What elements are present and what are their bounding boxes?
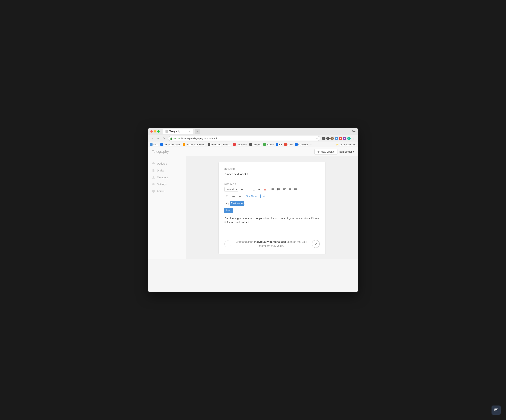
message-section: MESSAGE Normal B I U S A <box>224 183 320 224</box>
sidebar-item-updates[interactable]: Updates <box>148 160 186 167</box>
bookmark-more[interactable]: » <box>310 143 312 146</box>
first-name-inline-tag[interactable]: First Name <box>230 201 244 206</box>
bookmark-amazon[interactable]: Amazon Web Servi... <box>183 143 206 146</box>
main-layout: Updates Drafts Members Settings Admin <box>148 156 358 259</box>
text-color-btn[interactable]: A <box>262 187 268 192</box>
bookmark-chewmail-label: Chew Mail <box>298 143 308 146</box>
window-user-label: Ben <box>352 130 356 133</box>
other-bookmarks-label: Other Bookmarks <box>340 143 356 146</box>
subject-input[interactable] <box>224 172 320 177</box>
svg-text:3: 3 <box>272 190 272 190</box>
nav-icon-3[interactable]: ● <box>330 137 334 140</box>
new-tab-btn[interactable]: + <box>195 129 200 134</box>
main-content: SUBJECT MESSAGE Normal B I U <box>186 156 358 259</box>
formatting-toolbar: Normal B I U S A 123 <box>224 187 320 192</box>
bookmark-amazon-label: Amazon Web Servi... <box>186 143 206 146</box>
unordered-list-btn[interactable] <box>276 187 281 192</box>
svg-point-0 <box>153 176 154 177</box>
bookmark-zoneboard-label: Zoneboard ‹ ShortL... <box>211 143 231 146</box>
bookmark-apps-label: Apps <box>153 143 158 146</box>
bookmark-addons[interactable]: Addons <box>263 143 273 146</box>
minimize-window-btn[interactable] <box>154 130 156 133</box>
bell-icon <box>152 162 155 165</box>
tab-title: Telegraphy <box>169 130 180 133</box>
sidebar-item-settings[interactable]: Settings <box>148 181 186 188</box>
back-btn[interactable]: ← <box>150 136 155 141</box>
align-left-btn[interactable] <box>282 187 287 192</box>
clear-format-btn[interactable]: T <box>237 194 243 199</box>
url-bar[interactable]: Secure https://app.telegraphy.io/dashboa… <box>168 136 320 141</box>
bookmark-zoneboard[interactable]: Zoneboard ‹ ShortL... <box>208 143 231 146</box>
editor-body-text: I'm planning a dinner in a couple of wee… <box>224 216 320 225</box>
bookmark-fullcontact[interactable]: FullContact <box>233 143 247 146</box>
underline-btn[interactable]: U <box>251 187 256 192</box>
link-btn[interactable] <box>224 194 230 199</box>
addons-icon <box>263 143 266 146</box>
close-window-btn[interactable] <box>150 130 153 133</box>
bookmark-chew[interactable]: Chew <box>284 143 293 146</box>
svg-rect-26 <box>494 409 498 411</box>
browser-tab[interactable]: Telegraphy × <box>163 129 193 134</box>
nav-icon-5[interactable]: ● <box>339 137 342 140</box>
svg-point-8 <box>277 189 278 190</box>
maximize-window-btn[interactable] <box>157 130 160 133</box>
text-style-select[interactable]: Normal <box>224 187 238 192</box>
nav-icon-1[interactable]: i <box>322 137 326 140</box>
bold-btn[interactable]: B <box>240 187 245 192</box>
italic-btn[interactable]: I <box>245 187 251 192</box>
image-btn[interactable] <box>231 194 236 199</box>
tab-favicon <box>166 130 168 133</box>
ordered-list-btn[interactable]: 123 <box>270 187 275 192</box>
message-label: MESSAGE <box>224 183 320 185</box>
centrepoint-icon <box>160 143 163 146</box>
subject-label: SUBJECT <box>224 168 320 170</box>
bookmark-star-icon[interactable]: ☆ <box>316 137 318 140</box>
nav-bar: ← → ↻ Secure https://app.telegraphy.io/d… <box>148 135 358 142</box>
bookmark-apps[interactable]: Apps <box>150 143 158 146</box>
editor-body-line2: Intro <box>224 207 320 214</box>
tab-close-btn[interactable]: × <box>189 130 190 133</box>
nav-icon-4[interactable]: ● <box>335 137 338 140</box>
nav-icon-6[interactable]: ● <box>343 137 346 140</box>
conspire-icon <box>249 143 252 146</box>
align-right-btn[interactable] <box>287 187 293 192</box>
forward-btn[interactable]: → <box>156 136 160 141</box>
intro-inline-tag[interactable]: Intro <box>224 208 233 213</box>
sidebar-item-drafts[interactable]: Drafts <box>148 167 186 174</box>
user-menu-btn[interactable]: Ben Bowler ▾ <box>339 150 354 153</box>
sidebar-item-members[interactable]: Members <box>148 174 186 181</box>
tagline-bold: individually personalised <box>254 240 286 243</box>
confirm-button[interactable] <box>312 240 320 248</box>
intro-merge-tag[interactable]: Intro <box>260 194 269 198</box>
nav-icon-7[interactable]: ● <box>347 137 351 140</box>
tagline-text: Craft and send individually personalised… <box>235 240 308 248</box>
chewmail-icon <box>295 143 298 146</box>
chat-icon <box>494 408 498 412</box>
chat-widget-btn[interactable] <box>492 406 501 415</box>
other-bookmarks[interactable]: 📁 Other Bookmarks <box>336 143 356 146</box>
editor-body[interactable]: Hey First Name, Intro I'm planning a din… <box>224 201 320 224</box>
new-update-button[interactable]: New Update <box>314 149 338 155</box>
bookmark-chewmail[interactable]: Chew Mail <box>295 143 308 146</box>
svg-point-7 <box>277 189 278 189</box>
secure-indicator: Secure <box>170 137 180 140</box>
sidebar-updates-label: Updates <box>157 162 167 165</box>
sidebar-item-admin[interactable]: Admin <box>148 188 186 195</box>
bookmark-centrepoint[interactable]: Centrepoint Email <box>160 143 180 146</box>
bookmarks-bar: Apps Centrepoint Email Amazon Web Servi.… <box>148 142 358 147</box>
zoneboard-icon <box>208 143 210 146</box>
shield-icon <box>152 190 155 193</box>
refresh-btn[interactable]: ↻ <box>161 136 166 141</box>
strikethrough-btn[interactable]: S <box>257 187 262 192</box>
bookmark-fullcontact-label: FullContact <box>236 143 247 146</box>
justify-btn[interactable] <box>293 187 298 192</box>
bookmark-conspire[interactable]: Conspire <box>249 143 261 146</box>
nav-icon-2[interactable]: ● <box>326 137 330 140</box>
sidebar-members-label: Members <box>157 176 168 179</box>
bb-icon <box>276 143 278 146</box>
bookmark-bb[interactable]: BB <box>276 143 282 146</box>
title-bar: Telegraphy × + Ben <box>148 128 358 135</box>
back-button[interactable]: ‹ <box>224 241 231 247</box>
first-name-merge-tag[interactable]: First Name <box>244 194 259 198</box>
menu-btn[interactable]: ⋮ <box>351 136 356 141</box>
